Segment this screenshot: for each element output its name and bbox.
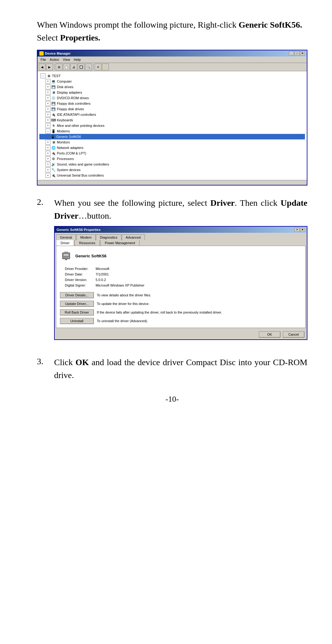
toolbar-icon-2[interactable]: 📋	[63, 64, 70, 70]
tree-item-mice[interactable]: + 🖱 Mice and other pointing devices	[39, 123, 305, 128]
floppy-ctrl-icon: 💾	[51, 101, 56, 106]
tab-modem[interactable]: Modem	[76, 234, 96, 240]
expander-system[interactable]: +	[45, 167, 50, 172]
menu-view[interactable]: View	[61, 57, 72, 62]
properties-footer: OK Cancel	[55, 329, 307, 339]
svg-rect-6	[65, 252, 66, 253]
props-close-button[interactable]: ✕	[300, 228, 305, 232]
expander-test[interactable]: −	[41, 73, 45, 78]
driver-provider-value: Microsoft	[96, 267, 109, 271]
network-icon: 🌐	[51, 145, 56, 150]
expander-monitors[interactable]: +	[45, 140, 50, 145]
tree-item-floppy[interactable]: + 💾 Floppy disk drives	[39, 106, 305, 112]
tree-label-ports: Ports (COM & LPT)	[57, 151, 86, 155]
expander-computer[interactable]: +	[45, 79, 50, 84]
toolbar-icon-6[interactable]: ✕	[95, 64, 101, 70]
expander-keyboards[interactable]: +	[45, 118, 50, 123]
menu-action[interactable]: Action	[48, 57, 61, 62]
expander-dvd[interactable]: +	[45, 96, 50, 100]
tree-item-ide[interactable]: + 🔌 IDE ATA/ATAPI controllers	[39, 112, 305, 117]
tree-label-network: Network adapters	[57, 146, 83, 150]
disk-icon: 💾	[51, 84, 56, 89]
device-manager-titlebar: Device Manager _ □ ✕	[38, 50, 307, 57]
tree-item-modems[interactable]: − 📱 Modems	[39, 128, 305, 134]
step3-bold-1: OK	[76, 357, 89, 367]
tree-item-ports[interactable]: + 🔌 Ports (COM & LPT)	[39, 150, 305, 156]
toolbar-icon-7[interactable]: ⚡	[102, 64, 109, 70]
rollback-driver-button[interactable]: Roll Back Driver	[60, 309, 94, 315]
tree-item-floppy-ctrl[interactable]: + 💾 Floppy disk controllers	[39, 101, 305, 106]
tree-item-processors[interactable]: + ⚙ Processors	[39, 156, 305, 162]
modem-selected-icon: 📱	[50, 134, 55, 139]
uninstall-row: Uninstall To uninstall the driver (Advan…	[60, 318, 302, 324]
uninstall-button[interactable]: Uninstall	[60, 318, 94, 324]
tree-item-disk[interactable]: + 💾 Disk drives	[39, 84, 305, 90]
dvd-icon: 💿	[51, 96, 56, 100]
step2-text-1: When you see the following picture, sele…	[54, 198, 210, 208]
expander-usb[interactable]: +	[45, 173, 50, 178]
tab-power-mgmt[interactable]: Power Management	[100, 240, 140, 246]
step-3-section: 3. Click OK and load the device driver C…	[37, 356, 307, 385]
tree-item-system[interactable]: + 🔧 System devices	[39, 167, 305, 173]
expander-network[interactable]: +	[45, 145, 50, 150]
tree-item-display[interactable]: + 🖥 Display adapters	[39, 90, 305, 95]
tree-item-network[interactable]: + 🌐 Network adapters	[39, 145, 305, 150]
floppy-icon: 💾	[51, 107, 56, 111]
maximize-button[interactable]: □	[294, 51, 299, 56]
toolbar-icon-1[interactable]: ⊞	[56, 64, 62, 70]
toolbar-icon-5[interactable]: 🔍	[85, 64, 92, 70]
forward-button[interactable]: ▶	[46, 64, 53, 70]
expander-mice[interactable]: +	[45, 123, 50, 128]
tab-resources[interactable]: Resources	[74, 240, 100, 246]
step-2-number: 2.	[37, 197, 49, 351]
tree-item-computer[interactable]: + 💻 Computer	[39, 79, 305, 84]
expander-floppy-ctrl[interactable]: +	[45, 101, 50, 106]
expander-ide[interactable]: +	[45, 112, 50, 117]
update-driver-row: Update Driver... To update the driver fo…	[60, 301, 302, 307]
cancel-button[interactable]: Cancel	[283, 331, 304, 338]
expander-disk[interactable]: +	[45, 84, 50, 89]
device-manager-toolbar: ◀ ▶ ⊞ 📋 🖨 🔲 🔍 ✕ ⚡	[38, 63, 307, 71]
tree-label-modems: Modems	[57, 129, 70, 133]
ok-button[interactable]: OK	[259, 331, 280, 338]
tab-driver[interactable]: Driver	[56, 240, 74, 246]
tree-item-monitors[interactable]: + 🖥 Monitors	[39, 139, 305, 145]
tree-item-sound[interactable]: + 🔊 Sound, video and game controllers	[39, 162, 305, 167]
expander-sound[interactable]: +	[45, 162, 50, 167]
driver-details-button[interactable]: Driver Details...	[60, 292, 94, 298]
tab-advanced[interactable]: Advanced	[122, 234, 145, 240]
svg-rect-4	[64, 254, 69, 256]
expander-floppy[interactable]: +	[45, 107, 50, 111]
svg-point-1	[63, 257, 65, 258]
tree-item-usb[interactable]: + 🔌 Universal Serial Bus controllers	[39, 173, 305, 178]
toolbar-icon-3[interactable]: 🖨	[70, 64, 77, 70]
expander-modems[interactable]: −	[45, 129, 50, 134]
tree-label-processors: Processors	[57, 157, 74, 161]
menu-file[interactable]: File	[39, 57, 48, 62]
close-button[interactable]: ✕	[300, 51, 305, 56]
step-3-number: 3.	[37, 356, 49, 385]
tree-label-softk56: Generic SoftK56	[56, 135, 81, 139]
usb-icon: 🔌	[51, 173, 56, 178]
driver-date-row: Driver Date: 7/1/2001	[65, 272, 302, 276]
tree-label-dvd: DVD/CD-ROM drives	[57, 96, 89, 100]
tab-row-2: Driver Resources Power Management	[55, 240, 307, 246]
update-driver-button[interactable]: Update Driver...	[60, 301, 94, 307]
minimize-button[interactable]: _	[289, 51, 294, 56]
tree-item-test[interactable]: − 🖥 TEST	[39, 73, 305, 79]
tab-diagnostics[interactable]: Diagnostics	[96, 234, 121, 240]
menu-help[interactable]: Help	[72, 57, 83, 62]
tab-general[interactable]: General	[56, 234, 76, 240]
tree-label-test: TEST	[52, 74, 61, 78]
tree-item-keyboards[interactable]: + ⌨ Keyboards	[39, 117, 305, 123]
back-button[interactable]: ◀	[39, 64, 45, 70]
step3-text-1: Click	[54, 357, 76, 367]
toolbar-icon-4[interactable]: 🔲	[78, 64, 85, 70]
tree-item-softk56[interactable]: 📱 Generic SoftK56	[39, 134, 305, 139]
props-help-button[interactable]: ?	[294, 228, 299, 232]
expander-processors[interactable]: +	[45, 156, 50, 161]
tree-item-dvd[interactable]: + 💿 DVD/CD-ROM drives	[39, 95, 305, 101]
expander-display[interactable]: +	[45, 90, 50, 95]
expander-ports[interactable]: +	[45, 151, 50, 156]
driver-info-table: Driver Provider: Microsoft Driver Date: …	[65, 267, 302, 287]
